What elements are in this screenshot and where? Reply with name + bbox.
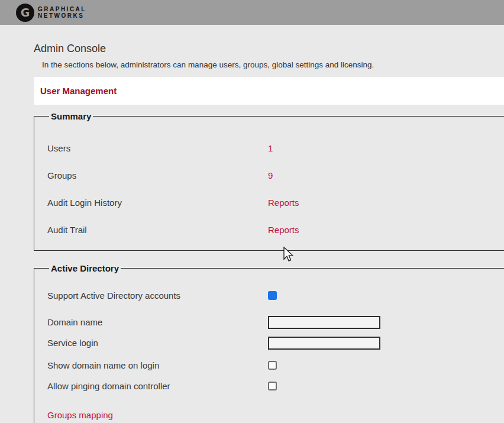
page-title: Admin Console bbox=[34, 43, 504, 55]
groups-mapping-row: Groups mapping bbox=[47, 408, 504, 422]
summary-row-users: Users 1 bbox=[47, 138, 504, 158]
user-management-section-header[interactable]: User Management bbox=[34, 77, 504, 105]
logo-text: GRAPHICAL NETWORKS bbox=[38, 6, 86, 19]
allow-pinging-label: Allow pinging domain controller bbox=[47, 381, 268, 391]
active-directory-legend: Active Directory bbox=[49, 263, 121, 273]
allow-pinging-row: Allow pinging domain controller bbox=[47, 379, 504, 393]
audit-trail-label: Audit Trail bbox=[47, 225, 268, 235]
service-login-input[interactable] bbox=[268, 337, 380, 350]
logo-line-2: NETWORKS bbox=[38, 12, 86, 19]
summary-row-groups: Groups 9 bbox=[47, 165, 504, 185]
support-ad-accounts-checkbox[interactable] bbox=[268, 291, 277, 300]
groups-mapping-link[interactable]: Groups mapping bbox=[47, 410, 113, 420]
support-ad-accounts-label: Support Active Directory accounts bbox=[47, 290, 268, 301]
domain-name-input[interactable] bbox=[268, 316, 380, 329]
show-domain-name-checkbox[interactable] bbox=[268, 361, 277, 370]
service-login-label: Service login bbox=[47, 338, 268, 348]
audit-login-history-label: Audit Login History bbox=[47, 198, 268, 208]
summary-legend: Summary bbox=[49, 111, 93, 121]
top-bar: G GRAPHICAL NETWORKS bbox=[0, 0, 504, 25]
users-count-link[interactable]: 1 bbox=[268, 143, 273, 153]
show-domain-name-label: Show domain name on login bbox=[47, 360, 268, 370]
support-ad-accounts-row: Support Active Directory accounts bbox=[47, 289, 504, 302]
user-management-title: User Management bbox=[40, 86, 117, 96]
audit-login-history-reports-link[interactable]: Reports bbox=[268, 198, 299, 208]
logo-g-icon: G bbox=[16, 4, 34, 22]
logo-line-1: GRAPHICAL bbox=[38, 6, 86, 12]
allow-pinging-checkbox[interactable] bbox=[268, 382, 277, 390]
graphical-networks-logo: G GRAPHICAL NETWORKS bbox=[16, 4, 86, 22]
summary-row-audit-trail: Audit Trail Reports bbox=[47, 219, 504, 240]
groups-count-link[interactable]: 9 bbox=[268, 170, 273, 180]
users-label: Users bbox=[47, 143, 268, 153]
active-directory-fieldset: Active Directory Support Active Director… bbox=[34, 263, 504, 423]
audit-trail-reports-link[interactable]: Reports bbox=[268, 225, 299, 235]
admin-console-page: Admin Console In the sections below, adm… bbox=[0, 25, 504, 423]
summary-row-audit-login-history: Audit Login History Reports bbox=[47, 192, 504, 212]
domain-name-label: Domain name bbox=[47, 317, 268, 327]
page-description: In the sections below, administrators ca… bbox=[42, 60, 504, 69]
domain-name-row: Domain name bbox=[47, 315, 504, 329]
service-login-row: Service login bbox=[47, 336, 504, 350]
show-domain-name-row: Show domain name on login bbox=[47, 359, 504, 372]
summary-fieldset: Summary Users 1 Groups 9 Audit Login His… bbox=[34, 111, 504, 251]
groups-label: Groups bbox=[47, 170, 268, 180]
